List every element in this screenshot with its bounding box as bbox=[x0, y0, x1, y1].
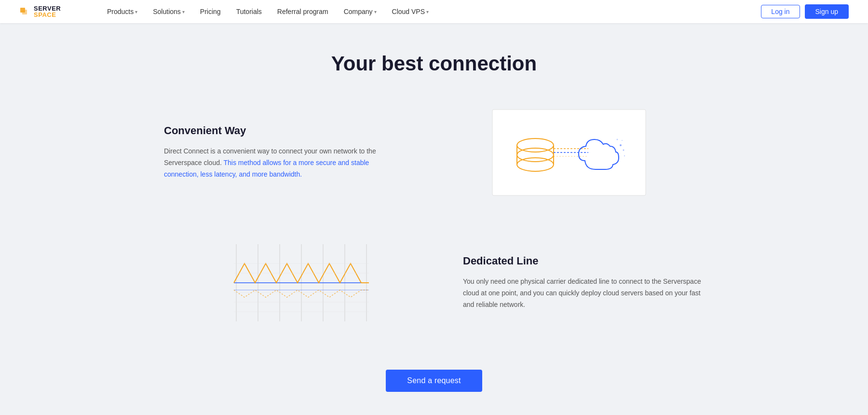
nav-item-pricing[interactable]: Pricing bbox=[194, 6, 227, 17]
logo-icon bbox=[19, 6, 31, 17]
svg-point-16 bbox=[617, 139, 618, 140]
section2-visual bbox=[164, 235, 434, 331]
send-request-button[interactable]: Send a request bbox=[386, 370, 482, 392]
section-dedicated-line: Dedicated Line You only need one physica… bbox=[164, 235, 704, 331]
login-button[interactable]: Log in bbox=[761, 5, 800, 18]
section1-title: Convenient Way bbox=[164, 124, 405, 137]
svg-point-13 bbox=[620, 144, 622, 146]
logo: SERVER SPACE bbox=[19, 5, 72, 18]
section-convenient-way: Convenient Way Direct Connect is a conve… bbox=[164, 109, 704, 196]
nav-links: Products ▾ Solutions ▾ Pricing Tutorials… bbox=[101, 6, 761, 17]
section2-title: Dedicated Line bbox=[463, 255, 704, 267]
main-content: Your best connection Convenient Way Dire… bbox=[145, 23, 723, 415]
section2-text: Dedicated Line You only need one physica… bbox=[463, 255, 704, 310]
section2-desc: You only need one physical carrier dedic… bbox=[463, 276, 704, 310]
cloud-illustration bbox=[492, 109, 646, 196]
cta-section: Send a request bbox=[164, 370, 704, 392]
svg-point-17 bbox=[624, 155, 625, 156]
chevron-icon: ▾ bbox=[374, 9, 377, 14]
nav-item-referral[interactable]: Referral program bbox=[271, 6, 334, 17]
nav-actions: Log in Sign up bbox=[761, 4, 849, 19]
chevron-icon: ▾ bbox=[182, 9, 185, 14]
nav-item-company[interactable]: Company ▾ bbox=[338, 6, 382, 17]
nav-item-cloudvps[interactable]: Cloud VPS ▾ bbox=[386, 6, 434, 17]
wave-illustration bbox=[222, 235, 376, 331]
svg-point-15 bbox=[622, 140, 623, 141]
page-title: Your best connection bbox=[164, 52, 704, 75]
logo-text: SERVER SPACE bbox=[34, 5, 61, 18]
section1-visual bbox=[434, 109, 704, 196]
nav-item-tutorials[interactable]: Tutorials bbox=[231, 6, 268, 17]
nav-item-products[interactable]: Products ▾ bbox=[101, 6, 143, 17]
svg-rect-1 bbox=[22, 10, 27, 14]
navbar: SERVER SPACE Products ▾ Solutions ▾ Pric… bbox=[0, 0, 868, 23]
svg-point-14 bbox=[623, 150, 624, 151]
section1-text: Convenient Way Direct Connect is a conve… bbox=[164, 124, 405, 180]
signup-button[interactable]: Sign up bbox=[805, 4, 849, 19]
section1-desc: Direct Connect is a convenient way to co… bbox=[164, 146, 405, 180]
nav-item-solutions[interactable]: Solutions ▾ bbox=[147, 6, 190, 17]
chevron-icon: ▾ bbox=[426, 9, 429, 14]
chevron-icon: ▾ bbox=[135, 9, 137, 14]
